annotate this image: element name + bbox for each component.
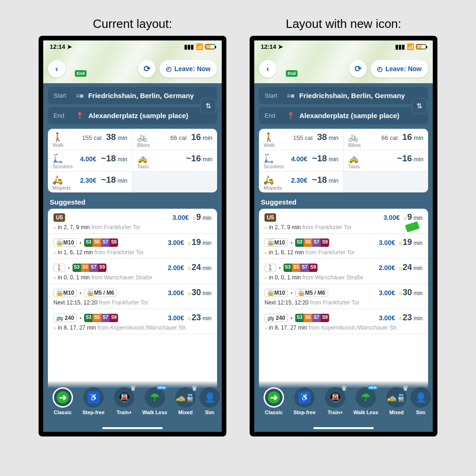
start-field[interactable]: Start ≡■ Friedrichshain, Berlin, Germany <box>48 87 217 104</box>
leave-label: Leave: Now <box>385 65 422 73</box>
map-header: 12:14➤ ▮▮▮ 📶 End ‹ ⟳ ◴ Leave: Now <box>254 40 433 83</box>
mode-cell-walk[interactable]: 🚶 155 cal 38 min Walk <box>259 129 344 150</box>
suggested-heading: Suggested <box>50 198 215 206</box>
route-item[interactable]: 🚋M10•🚋M5 / M6 3.00€ ⌾ 30 min Next 12:15,… <box>259 284 428 309</box>
phone-frame: 12:14➤ ▮▮▮ 📶 End ‹ ⟳ ◴ Leave: Now Start … <box>39 36 226 436</box>
tab-label: Mixed <box>389 410 403 415</box>
mode-label: Scooters <box>53 164 127 169</box>
end-field[interactable]: End 📍 Alexanderplatz (sample place) <box>48 107 217 124</box>
refresh-button[interactable]: ⟳ <box>138 60 156 78</box>
new-badge: NEW <box>368 385 378 390</box>
tab-label: Train+ <box>117 410 132 415</box>
mode-cell-bikes[interactable]: 🚲 66 cal 16 min Bikes <box>132 129 217 150</box>
tab-classic[interactable]: ➜ Classic <box>259 387 289 415</box>
tab-label: Sim <box>416 410 425 415</box>
mode-label: Taxis <box>348 164 423 169</box>
back-button[interactable]: ‹ <box>259 60 277 78</box>
start-field[interactable]: Start ≡■ Friedrichshain, Berlin, Germany <box>259 87 428 104</box>
mode-cell-mopeds[interactable]: 🛵 2.30€ ~18 min Mopeds <box>259 172 344 192</box>
mode-cell-bikes[interactable]: 🚲 66 cal 16 min Bikes <box>344 129 428 150</box>
tab-label: Sim <box>205 410 214 415</box>
list-icon: ≡■ <box>287 92 295 99</box>
battery-icon <box>205 44 215 49</box>
mode-cell-scooters[interactable]: 🛴 4.00€ ~18 min Scooters <box>48 150 132 172</box>
mode-cell-taxis[interactable]: 🚕 ~16 min Taxis <box>132 150 217 172</box>
tab-label: Step-free <box>293 410 316 415</box>
route-item[interactable]: 🚋M10•S3S5S7S9 3.00€ ⌾ 19 min ⌾ in 1, 6, … <box>48 234 217 259</box>
panel-title-left: Current layout: <box>93 17 172 31</box>
wifi-icon: 📶 <box>407 43 414 50</box>
tab-sim[interactable]: 👤 Sim <box>412 387 429 415</box>
mode-cell-walk[interactable]: 🚶 155 cal 38 min Walk <box>48 129 132 150</box>
tab-label: Walk Less <box>142 410 167 415</box>
tab-classic[interactable]: ➜ Classic <box>48 387 78 415</box>
mode-cell-scooters[interactable]: 🛴 4.00€ ~18 min Scooters <box>259 150 344 172</box>
walk-icon: 🚶 <box>264 264 276 272</box>
clock-icon: ◴ <box>377 65 383 73</box>
tab-label: Classic <box>54 410 72 415</box>
swap-button[interactable]: ⇅ <box>200 98 216 114</box>
crown-icon: ♛ <box>403 384 409 392</box>
tab-train+[interactable]: ♛ 🚇 Train+ <box>109 387 139 415</box>
tab-walk less[interactable]: NEW ☂ Walk Less <box>351 387 381 415</box>
line-badge: U5 <box>53 213 65 222</box>
route-subtitle: ⌾ in 1, 6, 12 min from Frankfurter Tor <box>264 249 423 256</box>
tab-label: Classic <box>265 410 283 415</box>
sbahn-badges: S3S5S7S9 <box>295 314 329 322</box>
swap-button[interactable]: ⇅ <box>411 98 427 114</box>
route-subtitle: ⌾ in 8, 17, 27 min from Kopernikusstr./W… <box>53 324 212 331</box>
suggested-heading: Suggested <box>261 198 426 206</box>
route-item[interactable]: 🚌 240•S3S5S7S9 3.00€ ⌾ 23 min ⌾ in 8, 17… <box>48 309 217 334</box>
route-price: 3.00€ <box>168 239 184 246</box>
mopeds-icon: 🛵 <box>264 175 273 185</box>
tab-step-free[interactable]: ♿ Step-free <box>290 387 319 415</box>
mode-cell-mopeds[interactable]: 🛵 2.30€ ~18 min Mopeds <box>48 172 132 192</box>
leave-time-button[interactable]: ◴ Leave: Now <box>159 60 217 78</box>
mopeds-icon: 🛵 <box>53 175 62 185</box>
tab-mixed[interactable]: ♛ 🚕🚆 Mixed <box>382 387 411 415</box>
route-item[interactable]: 🚋M10•🚋M5 / M6 3.00€ ⌾ 30 min Next 12:15,… <box>48 284 217 309</box>
taxis-icon: 🚕 <box>348 153 357 164</box>
back-button[interactable]: ‹ <box>48 60 66 78</box>
tab-sim[interactable]: 👤 Sim <box>201 387 218 415</box>
home-indicator <box>102 427 163 429</box>
mode-label: Walk <box>264 142 338 148</box>
mode-grid: 🚶 155 cal 38 min Walk 🚲 66 cal 16 min Bi… <box>48 129 217 192</box>
mode-label: Walk <box>53 142 127 148</box>
new-badge: NEW <box>157 385 167 390</box>
route-item[interactable]: 🚶•S3S5S7S9 2.00€ ⌾ 24 min ⌾ in 0, 0, 1 m… <box>48 259 217 284</box>
map-header: 12:14➤ ▮▮▮ 📶 End ‹ ⟳ ◴ Leave: Now <box>43 40 222 83</box>
tab-label: Walk Less <box>353 410 378 415</box>
pin-icon: 📍 <box>76 112 84 119</box>
bikes-icon: 🚲 <box>348 132 357 142</box>
route-item[interactable]: U5 3.00€ ⌾ 9 min ⌾ in 2, 7, 9 min from F… <box>259 209 428 234</box>
route-item[interactable]: U5 3.00€ ⌾ 9 min ⌾ in 2, 7, 9 min from F… <box>48 209 217 234</box>
tab-step-free[interactable]: ♿ Step-free <box>79 387 108 415</box>
tab-walk less[interactable]: NEW ☂ Walk Less <box>140 387 170 415</box>
tram-badge: 🚋M5 / M6 <box>295 289 328 297</box>
panel-title-right: Layout with new icon: <box>286 17 402 31</box>
tram-badge: 🚋M10 <box>264 238 288 247</box>
route-item[interactable]: 🚌 240•S3S5S7S9 3.00€ ⌾ 23 min ⌾ in 8, 17… <box>259 309 428 334</box>
route-item[interactable]: 🚋M10•S3S5S7S9 3.00€ ⌾ 19 min ⌾ in 1, 6, … <box>259 234 428 259</box>
tab-mixed[interactable]: ♛ 🚕🚆 Mixed <box>171 387 200 415</box>
mode-label: Taxis <box>137 164 212 169</box>
mode-label: Mopeds <box>264 185 338 191</box>
refresh-button[interactable]: ⟳ <box>349 60 367 78</box>
leave-time-button[interactable]: ◴ Leave: Now <box>370 60 428 78</box>
route-subtitle: ⌾ in 2, 7, 9 min from Frankfurter Tor <box>53 224 212 231</box>
pin-icon: 📍 <box>287 112 295 119</box>
tab-label: Step-free <box>82 410 105 415</box>
location-icon: ➤ <box>67 43 72 50</box>
mode-cell-taxis[interactable]: 🚕 ~16 min Taxis <box>344 150 428 172</box>
route-item[interactable]: 🚶•S3S5S7S9 2.00€ ⌾ 24 min ⌾ in 0, 0, 1 m… <box>259 259 428 284</box>
tab-label: Mixed <box>178 410 192 415</box>
end-field[interactable]: End 📍 Alexanderplatz (sample place) <box>259 107 428 124</box>
bus-badge: 🚌 240 <box>264 314 288 322</box>
tab-train+[interactable]: ♛ 🚇 Train+ <box>320 387 350 415</box>
mode-label: Mopeds <box>53 185 127 191</box>
signal-icon: ▮▮▮ <box>395 43 405 50</box>
bikes-icon: 🚲 <box>137 132 146 142</box>
route-price: 3.00€ <box>172 214 189 221</box>
route-price: 3.00€ <box>379 289 395 297</box>
